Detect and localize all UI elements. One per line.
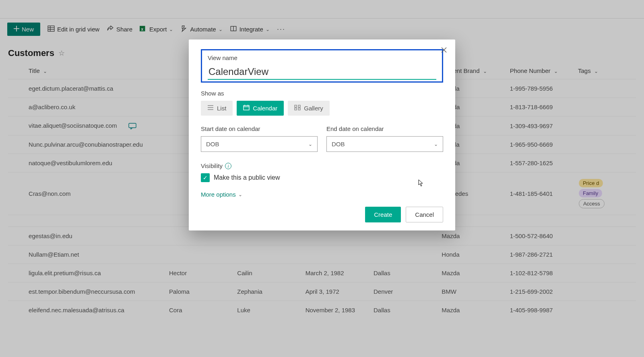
chevron-down-icon: ⌄ (308, 141, 312, 147)
svg-rect-19 (298, 105, 300, 107)
create-view-dialog: View name Show as List Calendar (189, 39, 455, 230)
dialog-buttons: Create Cancel (201, 207, 443, 222)
gallery-icon (294, 105, 301, 112)
app-root: New Edit in grid view Share x Export ⌄ (0, 0, 644, 357)
svg-rect-14 (244, 106, 249, 110)
close-button[interactable] (441, 46, 447, 55)
chevron-down-icon: ⌄ (238, 192, 242, 197)
end-date-select[interactable]: DOB ⌄ (326, 136, 443, 152)
more-options-toggle[interactable]: More options ⌄ (201, 191, 443, 198)
start-date-value: DOB (206, 141, 219, 147)
info-icon[interactable]: i (225, 163, 231, 169)
modal-overlay: View name Show as List Calendar (0, 0, 644, 357)
show-as-list-label: List (217, 105, 226, 112)
view-name-input[interactable] (208, 64, 436, 80)
start-date-label: Start date on calendar (201, 125, 318, 132)
show-as-gallery[interactable]: Gallery (288, 101, 330, 116)
show-as-calendar-label: Calendar (253, 105, 277, 112)
date-row: Start date on calendar DOB ⌄ End date on… (201, 125, 443, 152)
show-as-list[interactable]: List (201, 101, 233, 116)
show-as-calendar[interactable]: Calendar (237, 101, 284, 116)
show-as-gallery-label: Gallery (304, 105, 323, 112)
calendar-icon (243, 105, 250, 112)
more-options-label: More options (201, 191, 236, 198)
list-icon (207, 105, 214, 112)
svg-rect-20 (295, 108, 297, 110)
show-as-options: List Calendar Gallery (201, 101, 443, 116)
public-view-label: Make this a public view (214, 174, 280, 181)
visibility-label: Visibility i (201, 162, 443, 169)
show-as-label: Show as (201, 90, 443, 97)
cancel-button[interactable]: Cancel (406, 207, 443, 222)
end-date-value: DOB (332, 141, 345, 147)
view-name-highlight: View name (201, 49, 443, 83)
create-button[interactable]: Create (365, 207, 401, 222)
view-name-label: View name (208, 54, 436, 61)
end-date-label: End date on calendar (326, 125, 443, 132)
svg-rect-21 (298, 108, 300, 110)
public-view-checkbox[interactable]: ✓ (201, 173, 210, 182)
start-date-select[interactable]: DOB ⌄ (201, 136, 318, 152)
chevron-down-icon: ⌄ (434, 141, 438, 147)
public-view-row[interactable]: ✓ Make this a public view (201, 173, 443, 182)
svg-rect-18 (295, 105, 297, 107)
